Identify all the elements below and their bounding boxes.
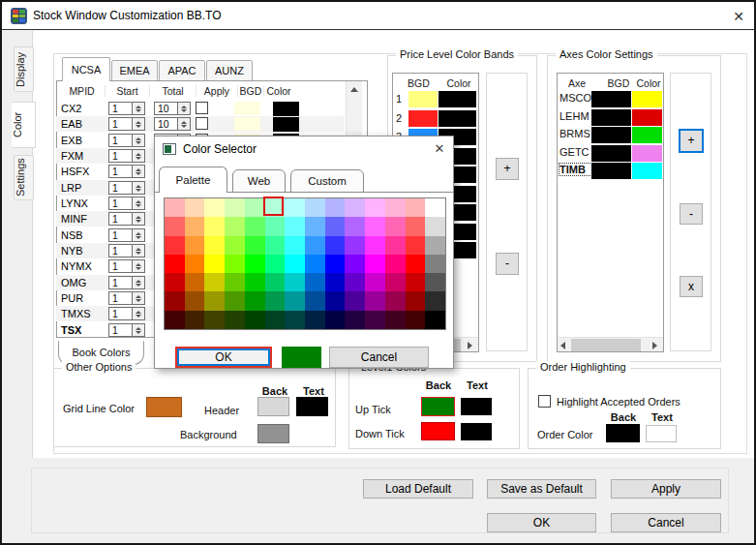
palette-cell[interactable] — [265, 236, 286, 256]
tab-web[interactable]: Web — [232, 169, 286, 193]
spinner-arrows[interactable] — [133, 102, 145, 115]
axes-table-hscrollbar[interactable] — [558, 337, 663, 351]
palette-cell[interactable] — [165, 217, 185, 236]
start-spinner[interactable]: 1 — [108, 291, 145, 305]
palette-cell[interactable] — [165, 236, 185, 256]
spinner-down-icon[interactable] — [136, 125, 141, 128]
palette-cell[interactable] — [425, 273, 445, 292]
tab-palette[interactable]: Palette — [159, 167, 227, 193]
total-spinner-value[interactable]: 10 — [154, 117, 178, 131]
header-text-swatch[interactable] — [296, 397, 328, 416]
start-spinner-value[interactable]: 1 — [108, 228, 133, 242]
spinner-up-icon[interactable] — [136, 137, 141, 140]
spinner-down-icon[interactable] — [136, 141, 141, 144]
palette-cell[interactable] — [165, 291, 185, 311]
palette-cell[interactable] — [365, 217, 385, 236]
palette-cell[interactable] — [225, 255, 245, 274]
apply-checkbox[interactable] — [196, 117, 208, 130]
spinner-arrows[interactable] — [133, 228, 145, 242]
start-spinner-value[interactable]: 1 — [108, 212, 133, 226]
color-swatch[interactable] — [438, 110, 476, 127]
spinner-down-icon[interactable] — [136, 236, 141, 239]
palette-cell[interactable] — [305, 217, 325, 236]
palette-cell[interactable] — [325, 311, 346, 330]
start-spinner-value[interactable]: 1 — [108, 291, 133, 305]
palette-cell[interactable] — [325, 273, 346, 292]
palette-cell[interactable] — [385, 255, 406, 274]
palette-cell[interactable] — [406, 198, 426, 218]
start-spinner[interactable]: 1 — [108, 212, 145, 226]
spinner-up-icon[interactable] — [136, 185, 141, 188]
palette-cell[interactable] — [365, 311, 385, 330]
palette-cell[interactable] — [225, 236, 245, 256]
palette-cell[interactable] — [385, 236, 406, 256]
axe-label[interactable]: BRMS — [559, 128, 591, 139]
total-spinner[interactable]: 10 — [154, 117, 191, 131]
start-spinner[interactable]: 1 — [108, 134, 145, 147]
spinner-down-icon[interactable] — [136, 252, 141, 255]
apply-button[interactable]: Apply — [611, 479, 721, 499]
palette-cell[interactable] — [185, 198, 205, 218]
palette-cell[interactable] — [265, 311, 286, 330]
palette-cell[interactable] — [225, 311, 245, 330]
spinner-arrows[interactable] — [133, 212, 145, 226]
total-spinner[interactable]: 10 — [154, 102, 191, 115]
palette-cell[interactable] — [305, 311, 325, 330]
tab-custom[interactable]: Custom — [290, 169, 364, 193]
spinner-down-icon[interactable] — [181, 109, 187, 112]
palette-cell[interactable] — [165, 198, 185, 218]
start-spinner[interactable]: 1 — [108, 259, 145, 273]
price-remove-button[interactable]: - — [496, 253, 519, 275]
spinner-up-icon[interactable] — [136, 232, 141, 235]
palette-cell[interactable] — [265, 217, 286, 236]
palette-cell[interactable] — [385, 311, 406, 330]
tab-ncsa[interactable]: NCSA — [62, 57, 110, 81]
palette-cell[interactable] — [185, 236, 205, 256]
axe-label[interactable]: LEHM — [559, 110, 591, 122]
load-default-button[interactable]: Load Default — [363, 479, 473, 499]
palette-cell[interactable] — [245, 273, 265, 292]
color-swatch[interactable] — [438, 91, 476, 107]
spinner-up-icon[interactable] — [136, 153, 141, 156]
palette-cell[interactable] — [345, 255, 365, 274]
spinner-down-icon[interactable] — [136, 331, 141, 334]
color-swatch[interactable] — [632, 145, 662, 162]
tab-color[interactable]: Color — [12, 102, 36, 148]
bgd-swatch[interactable] — [408, 91, 438, 107]
tab-display[interactable]: Display — [14, 46, 34, 92]
start-spinner-value[interactable]: 1 — [108, 102, 133, 115]
color-swatch[interactable] — [632, 109, 662, 126]
palette-cell[interactable] — [406, 291, 426, 311]
palette-cell[interactable] — [185, 217, 205, 236]
palette-cell[interactable] — [285, 311, 305, 330]
palette-cell[interactable] — [204, 291, 225, 311]
palette-cell[interactable] — [345, 291, 365, 311]
palette-cell[interactable] — [345, 198, 365, 218]
spinner-down-icon[interactable] — [136, 299, 141, 302]
palette-cell[interactable] — [265, 255, 286, 274]
palette-cell[interactable] — [225, 217, 245, 236]
start-spinner[interactable]: 1 — [108, 102, 145, 115]
start-spinner[interactable]: 1 — [108, 244, 145, 257]
start-spinner[interactable]: 1 — [108, 323, 145, 337]
palette-cell[interactable] — [406, 273, 426, 292]
palette-cell[interactable] — [325, 255, 346, 274]
spinner-arrows[interactable] — [178, 102, 191, 115]
axes-add-button[interactable]: + — [679, 129, 704, 153]
total-spinner-value[interactable]: 10 — [154, 102, 178, 115]
axe-label[interactable]: TIMB — [559, 164, 591, 175]
bgd-swatch[interactable] — [591, 109, 631, 126]
palette-cell[interactable] — [425, 236, 445, 256]
spinner-up-icon[interactable] — [136, 295, 141, 298]
spinner-down-icon[interactable] — [136, 204, 141, 207]
spinner-arrows[interactable] — [133, 197, 145, 210]
palette-cell[interactable] — [204, 255, 225, 274]
palette-cell[interactable] — [204, 236, 225, 256]
spinner-down-icon[interactable] — [181, 125, 187, 128]
palette-grid[interactable] — [164, 197, 446, 330]
palette-cell[interactable] — [305, 291, 325, 311]
start-spinner[interactable]: 1 — [108, 165, 145, 178]
palette-cell[interactable] — [204, 198, 225, 218]
bgd-swatch[interactable] — [591, 145, 631, 162]
palette-cell[interactable] — [345, 217, 365, 236]
